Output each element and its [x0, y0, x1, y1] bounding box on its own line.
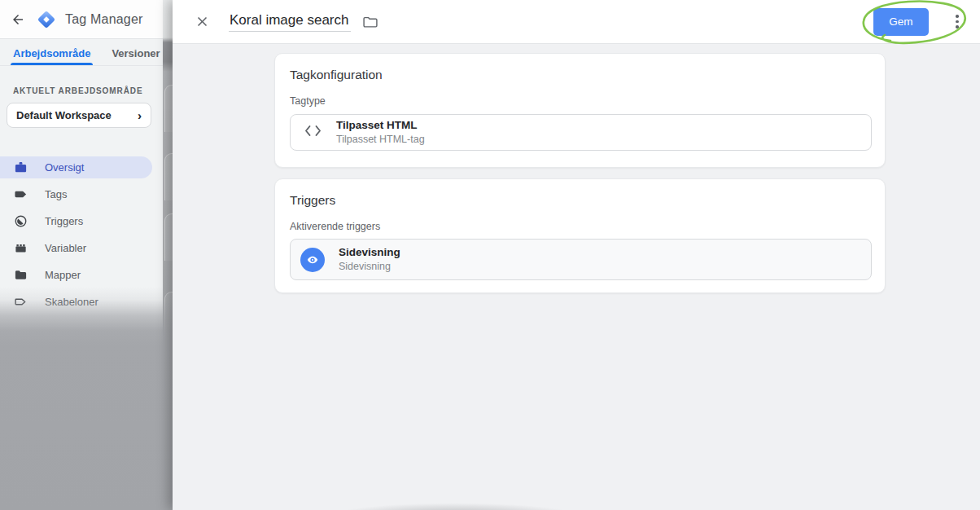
- sidebar: Tag Manager Arbejdsområde Versioner AKTU…: [0, 0, 163, 510]
- trigger-description: Sidevisning: [339, 261, 400, 273]
- sidebar-item-label: Tags: [45, 188, 67, 200]
- tag-editor-overlay: Koral image search Gem Tagkonfiguration …: [173, 0, 980, 510]
- sidebar-item-tags[interactable]: Tags: [0, 183, 152, 205]
- card-title: Tagkonfiguration: [290, 68, 870, 82]
- close-icon: [195, 14, 210, 29]
- tag-name-field[interactable]: Koral image search: [229, 11, 351, 32]
- folder-icon: [14, 268, 28, 282]
- sidebar-item-label: Oversigt: [45, 161, 84, 174]
- editor-header: Koral image search Gem: [173, 0, 980, 44]
- arrow-left-icon: [11, 12, 25, 27]
- overview-icon: [14, 160, 28, 174]
- dimmed-card-corner: [164, 85, 173, 132]
- sidebar-item-oversigt[interactable]: Oversigt: [0, 156, 152, 178]
- sidebar-item-label: Triggers: [45, 215, 83, 227]
- dimmed-card-corner: [164, 213, 173, 261]
- sidebar-item-skabeloner[interactable]: Skabeloner: [0, 291, 152, 313]
- tab-versioner[interactable]: Versioner: [112, 47, 160, 65]
- tag-type-row[interactable]: Tilpasset HTML Tilpasset HTML-tag: [290, 114, 872, 151]
- sidebar-tabs: Arbejdsområde Versioner: [0, 39, 163, 66]
- trigger-icon: [14, 214, 28, 228]
- gtm-screen: Tag Manager Arbejdsområde Versioner AKTU…: [0, 0, 980, 510]
- editor-content: Tagkonfiguration Tagtype Tilpasset HTML …: [274, 53, 886, 293]
- pageview-eye-icon: [300, 248, 325, 272]
- tag-type-description: Tilpasset HTML-tag: [336, 134, 425, 146]
- sidebar-item-mapper[interactable]: Mapper: [0, 264, 152, 286]
- variables-icon: [14, 241, 28, 255]
- dimmed-card-corner: [164, 425, 173, 473]
- tag-type-name: Tilpasset HTML: [336, 119, 425, 132]
- dimmed-card-corner: [164, 352, 173, 399]
- sidebar-item-variabler[interactable]: Variabler: [0, 237, 152, 259]
- tag-type-text: Tilpasset HTML Tilpasset HTML-tag: [336, 119, 425, 146]
- workspace-selector[interactable]: Default Workspace ›: [7, 103, 151, 128]
- card-title: Triggers: [290, 193, 870, 208]
- sidebar-nav: Oversigt Tags Triggers Variabler: [0, 156, 163, 313]
- kebab-dot: [956, 25, 959, 29]
- tag-type-label: Tagtype: [290, 95, 870, 107]
- sidebar-item-label: Mapper: [45, 269, 81, 281]
- back-button[interactable]: [8, 10, 28, 29]
- firing-triggers-label: Aktiverende triggers: [290, 221, 870, 232]
- tab-arbejdsomraade[interactable]: Arbejdsområde: [13, 47, 90, 65]
- dimmed-background-strip: [163, 0, 173, 510]
- tag-configuration-card: Tagkonfiguration Tagtype Tilpasset HTML …: [274, 53, 886, 168]
- trigger-text: Sidevisning Sidevisning: [339, 246, 400, 273]
- folder-outline-icon: [362, 14, 378, 30]
- trigger-row[interactable]: Sidevisning Sidevisning: [290, 239, 872, 280]
- save-button[interactable]: Gem: [873, 8, 929, 36]
- current-workspace-label: AKTUELT ARBEJDSOMRÅDE: [13, 86, 163, 95]
- kebab-dot: [956, 20, 959, 24]
- kebab-dot: [956, 15, 959, 18]
- dimmed-card-corner: [164, 292, 173, 339]
- dimmed-card-corner: [164, 153, 173, 200]
- workspace-name: Default Workspace: [16, 109, 112, 121]
- sidebar-item-label: Variabler: [45, 242, 86, 254]
- app-title: Tag Manager: [65, 12, 143, 27]
- trigger-name: Sidevisning: [339, 246, 400, 259]
- chevron-right-icon: ›: [138, 109, 142, 121]
- code-icon: [304, 125, 322, 140]
- tag-manager-logo-icon: [36, 9, 57, 30]
- triggers-card: Triggers Aktiverende triggers Sidevisnin…: [274, 178, 886, 293]
- sidebar-header: Tag Manager: [0, 0, 163, 39]
- tag-icon: [14, 187, 28, 201]
- more-options-button[interactable]: [949, 11, 965, 33]
- sidebar-item-triggers[interactable]: Triggers: [0, 210, 152, 232]
- template-icon: [14, 295, 28, 309]
- close-button[interactable]: [192, 12, 212, 32]
- sidebar-item-label: Skabeloner: [45, 296, 98, 308]
- move-to-folder-button[interactable]: [360, 11, 381, 33]
